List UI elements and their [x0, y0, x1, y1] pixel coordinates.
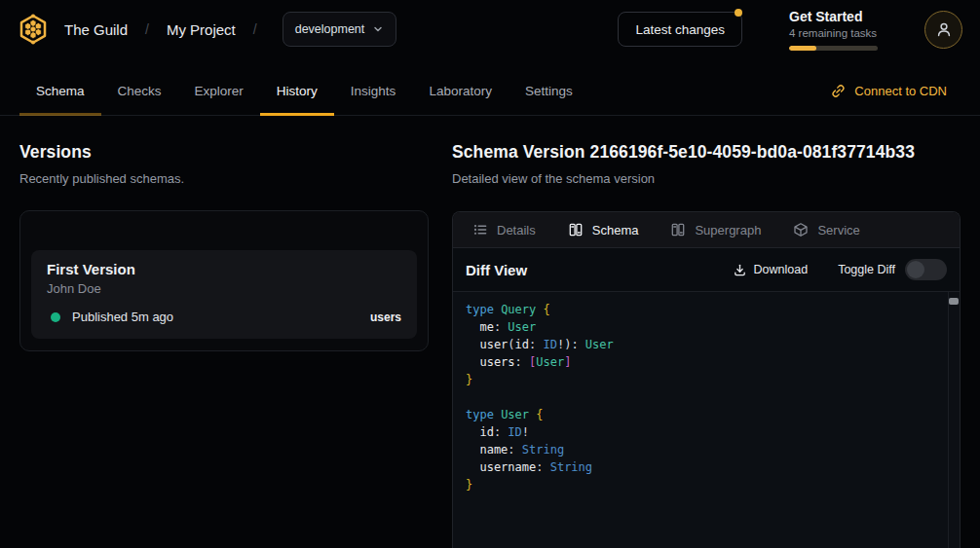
version-card-title: First Version — [47, 261, 401, 277]
schema-view-panel: Details Schema Supergraph — [452, 211, 961, 548]
versions-panel: Versions Recently published schemas. Fir… — [19, 142, 429, 351]
tab-service-label: Service — [817, 223, 859, 237]
code-line: user(id: ID!): User — [466, 336, 946, 353]
code-line: type Query { — [466, 301, 946, 318]
code-line: name: String — [466, 441, 946, 458]
chevron-down-icon — [372, 23, 384, 35]
code-line: users: [User] — [466, 353, 946, 371]
scrollbar-thumb[interactable] — [949, 298, 959, 305]
breadcrumb-separator: / — [145, 21, 149, 37]
code-lines: type Query {me: Useruser(id: ID!): Useru… — [466, 301, 946, 493]
scrollbar-track[interactable] — [948, 292, 960, 548]
diff-view-header: Diff View Download Toggle Diff — [453, 248, 960, 292]
code-line — [466, 388, 946, 406]
download-button[interactable]: Download — [733, 263, 809, 277]
tab-details[interactable]: Details — [472, 222, 536, 237]
tab-schema[interactable]: Schema — [19, 66, 101, 115]
schema-code-block[interactable]: type Query {me: Useruser(id: ID!): Useru… — [453, 292, 960, 548]
connect-to-cdn-link[interactable]: Connect to CDN — [831, 66, 947, 115]
tab-schema-view-label: Schema — [592, 223, 639, 237]
code-line: } — [466, 371, 946, 388]
tab-details-label: Details — [497, 223, 536, 237]
version-detail-title: Schema Version 2166196f-5e10-4059-bd0a-0… — [452, 142, 961, 163]
person-icon — [935, 20, 953, 38]
breadcrumb-project[interactable]: My Project — [167, 21, 236, 38]
code-line: id: ID! — [466, 423, 946, 441]
tab-service[interactable]: Service — [793, 222, 859, 237]
cube-icon — [793, 222, 809, 237]
tab-checks[interactable]: Checks — [101, 66, 178, 115]
tab-schema-view[interactable]: Schema — [568, 222, 639, 237]
columns-icon — [670, 222, 686, 237]
code-line: me: User — [466, 318, 946, 336]
get-started-title: Get Started — [789, 9, 878, 24]
get-started-progress-fill — [789, 46, 816, 51]
tab-supergraph-label: Supergraph — [695, 223, 761, 237]
diff-view-title: Diff View — [466, 262, 527, 278]
list-icon — [472, 222, 488, 237]
notification-dot — [735, 9, 742, 17]
version-card-service: users — [370, 311, 401, 324]
toggle-diff-switch[interactable] — [905, 259, 947, 280]
published-status-icon — [51, 312, 60, 322]
version-card-author: John Doe — [47, 281, 401, 296]
code-line: username: String — [466, 458, 946, 476]
app-header: The Guild / My Project / development Lat… — [0, 0, 980, 58]
toggle-diff-knob — [907, 261, 924, 278]
project-nav: Schema Checks Explorer History Insights … — [0, 58, 980, 116]
latest-changes-label: Latest changes — [635, 22, 725, 37]
code-line: } — [466, 476, 946, 493]
user-avatar[interactable] — [924, 11, 962, 49]
version-card-status: Published 5m ago — [72, 310, 173, 324]
breadcrumb-separator: / — [253, 21, 257, 37]
tab-settings[interactable]: Settings — [509, 66, 589, 115]
get-started-subtitle: 4 remaining tasks — [789, 27, 878, 39]
code-line: type User { — [466, 406, 946, 423]
toggle-diff-label: Toggle Diff — [838, 263, 895, 276]
columns-icon — [568, 222, 584, 237]
get-started-widget[interactable]: Get Started 4 remaining tasks — [789, 9, 878, 51]
target-selector[interactable]: development — [283, 12, 397, 47]
breadcrumb-org[interactable]: The Guild — [64, 21, 128, 38]
download-label: Download — [754, 263, 809, 276]
project-tabs: Schema Checks Explorer History Insights … — [19, 66, 589, 115]
link-icon — [831, 84, 846, 98]
schema-view-tabs: Details Schema Supergraph — [453, 212, 960, 248]
connect-to-cdn-label: Connect to CDN — [854, 84, 947, 98]
tab-supergraph[interactable]: Supergraph — [670, 222, 761, 237]
tab-explorer[interactable]: Explorer — [178, 66, 260, 115]
version-card[interactable]: First Version John Doe Published 5m ago … — [31, 250, 417, 339]
versions-subtitle: Recently published schemas. — [19, 171, 429, 186]
target-selector-value: development — [295, 22, 365, 36]
versions-list: First Version John Doe Published 5m ago … — [19, 210, 429, 351]
version-detail-subtitle: Detailed view of the schema version — [452, 171, 961, 186]
tab-laboratory[interactable]: Laboratory — [412, 66, 509, 115]
breadcrumb: The Guild / My Project / development — [64, 12, 396, 47]
latest-changes-button[interactable]: Latest changes — [618, 12, 742, 47]
tab-insights[interactable]: Insights — [334, 66, 413, 115]
guild-logo-icon[interactable] — [18, 14, 49, 45]
versions-title: Versions — [19, 142, 429, 163]
tab-history[interactable]: History — [260, 66, 334, 115]
download-icon — [733, 263, 747, 277]
version-detail-panel: Schema Version 2166196f-5e10-4059-bd0a-0… — [452, 142, 961, 548]
get-started-progressbar — [789, 46, 878, 51]
